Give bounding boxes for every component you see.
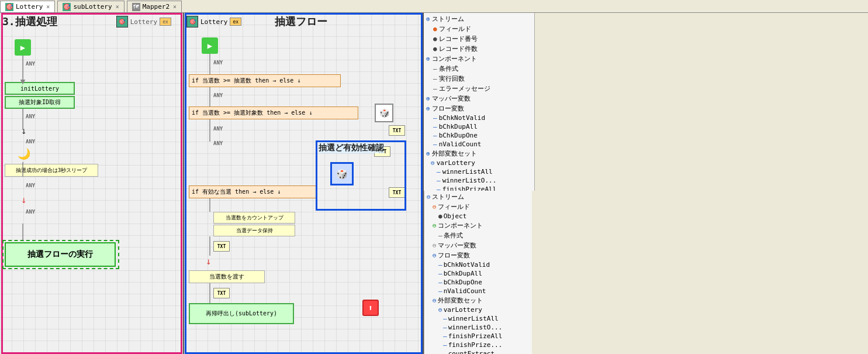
rtree-bchkdupall[interactable]: — bChkDupAll <box>426 269 531 278</box>
countup-node[interactable]: 当選数をカウントアップ <box>213 212 295 224</box>
tree-finish-prize-all[interactable]: — finishPrizeAll <box>425 185 533 191</box>
cond2-node[interactable]: if 当選数 >= 抽選対象数 then → else ↓ <box>189 106 358 119</box>
sublottery-ex-icon: ex <box>230 18 241 26</box>
mapper-tree-left: ⊕ ストリーム ● フィールド ● レコード番号 ● レコード件数 <box>424 13 535 191</box>
rtree-bchkdupone-icon: — <box>438 279 442 286</box>
field-icon: ● <box>433 25 437 33</box>
tree-ext-var[interactable]: ⊕ 外部変数セット <box>425 149 533 159</box>
lottery-ex-icon: ex <box>160 18 171 26</box>
tree-nvalidcount[interactable]: — nValidCount <box>425 140 533 149</box>
tree-field[interactable]: ● フィールド <box>425 24 533 34</box>
tree-record-no[interactable]: ● レコード番号 <box>425 34 533 44</box>
moon-icon: 🌙 <box>18 147 30 160</box>
rtree-mapper-var[interactable]: ⊖ マッパー変数 <box>426 240 531 250</box>
tree-mapper-var[interactable]: ⊕ マッパー変数 <box>425 94 533 104</box>
rtree-finish-prize[interactable]: — finishPrize... <box>426 341 531 349</box>
rtree-bchknotvalid-icon: — <box>438 261 442 269</box>
tab-mapper2-close[interactable]: × <box>173 4 177 10</box>
exec-count-icon: — <box>433 75 437 83</box>
tree-bchknotvalid[interactable]: — bChkNotValid <box>425 114 533 122</box>
recurse-node[interactable]: 再帰呼出し(subLottery) <box>189 303 294 324</box>
tab-sublottery[interactable]: 🎯 subLottery × <box>57 1 124 12</box>
tree-bchkdupall[interactable]: — bChkDupAll <box>425 122 533 131</box>
extract-target-node[interactable]: 抽選対象ID取得 <box>5 96 75 109</box>
rtree-nvalidcount-icon: — <box>438 287 442 295</box>
cond1-node[interactable]: if 当選数 >= 抽選数 then → else ↓ <box>189 74 341 87</box>
cond3-node[interactable]: if 有効な当選 then → else ↓ <box>189 185 317 198</box>
tree-stream[interactable]: ⊕ ストリーム <box>425 14 533 24</box>
sublottery-txt1: TXT <box>389 125 405 136</box>
lottery-canvas: 3.抽選処理 🎯 Lottery ex ▶ ANY initLottery <box>0 13 183 354</box>
rtree-winner-list-o[interactable]: — winnerListO... <box>426 323 531 332</box>
rtree-bchkdupone[interactable]: — bChkDupOne <box>426 278 531 287</box>
rtree-bchkdupall-icon: — <box>438 270 442 277</box>
rtree-condition[interactable]: — 条件式 <box>426 231 531 240</box>
tab-mapper2[interactable]: 🗺 Mapper2 × <box>127 1 182 12</box>
bchkdupall-icon: — <box>433 123 437 130</box>
tree-winner-list-all[interactable]: — winnerListAll <box>425 167 533 176</box>
tree-condition[interactable]: — 条件式 <box>425 64 533 74</box>
rtree-field-icon: ⊖ <box>433 203 437 211</box>
any-3: ANY <box>26 139 35 145</box>
rtree-finish-prize-icon: — <box>443 341 447 349</box>
rtree-flow-var[interactable]: ⊖ フロー変数 <box>426 250 531 260</box>
panel-lottery: 3.抽選処理 🎯 Lottery ex ▶ ANY initLottery <box>0 13 184 354</box>
execute-label: 抽選フローの実行 <box>27 249 93 260</box>
arrow-down-2: ↓ <box>21 194 27 205</box>
sublottery-play[interactable]: ▶ <box>202 37 218 54</box>
rtree-component[interactable]: ⊖ コンポーネント <box>426 221 531 231</box>
sublottery-right-icon1: 🎲 <box>375 104 393 122</box>
rtree-field[interactable]: ⊖ フィールド <box>426 202 531 212</box>
rtree-count-extract[interactable]: — countExtract <box>426 349 531 354</box>
init-lottery-node[interactable]: initLottery <box>5 82 75 95</box>
rtree-winner-list-all-icon: — <box>443 315 447 322</box>
tree-record-count[interactable]: ● レコード件数 <box>425 44 533 54</box>
pass-node[interactable]: 当選数を渡す <box>189 270 265 283</box>
rtree-nvalidcount[interactable]: — nValidCount <box>426 287 531 295</box>
tree-var-lottery-label: varLottery <box>437 159 475 167</box>
tree-error-msg[interactable]: — エラーメッセージ <box>425 84 533 94</box>
tree-winner-list-o[interactable]: — winnerListO... <box>425 176 533 185</box>
tab-lottery-label: Lottery <box>16 3 43 11</box>
tree-winner-list-o-label: winnerListO... <box>442 177 497 184</box>
record-no-icon: ● <box>433 35 437 43</box>
tree-exec-count[interactable]: — 実行回数 <box>425 74 533 84</box>
lottery-logo: 🎯 <box>116 16 128 28</box>
rtree-bchkdupone-label: bChkDupOne <box>444 279 482 286</box>
rtree-winner-list-all[interactable]: — winnerListAll <box>426 314 531 323</box>
keep-node[interactable]: 当選データ保持 <box>213 225 295 236</box>
lottery-play[interactable]: ▶ <box>15 39 31 56</box>
tab-sublottery-close[interactable]: × <box>116 4 119 10</box>
rtree-nvalidcount-label: nValidCount <box>444 287 486 295</box>
bchknotvalid-icon: — <box>433 114 437 122</box>
sleep-node[interactable]: 抽選成功の場合は3秒スリープ <box>5 164 98 177</box>
tab-mapper2-label: Mapper2 <box>143 3 170 11</box>
tree-bchkdupone[interactable]: — bChkDupOne <box>425 131 533 140</box>
rtree-ext-var[interactable]: ⊖ 外部変数セット <box>426 295 531 305</box>
rtree-finish-prize-all-label: finishPrizeAll <box>448 332 503 340</box>
rtree-finish-prize-all[interactable]: — finishPrizeAll <box>426 332 531 341</box>
tree-mapper-var-label: マッパー変数 <box>432 94 471 103</box>
sublottery-logo: 🎯 <box>186 16 198 28</box>
winner-list-all-icon: — <box>437 168 441 176</box>
rtree-stream-label: ストリーム <box>432 193 464 201</box>
rtree-stream-icon: ⊖ <box>427 193 431 201</box>
lottery-title: 3.抽選処理 <box>2 15 57 29</box>
any-5: ANY <box>26 209 35 215</box>
tab-lottery-close[interactable]: × <box>46 4 50 10</box>
tree-bchkdupall-label: bChkDupAll <box>439 123 478 130</box>
rtree-stream[interactable]: ⊖ ストリーム <box>426 192 531 202</box>
tree-flow-var[interactable]: ⊕ フロー変数 <box>425 104 533 114</box>
tab-lottery[interactable]: 🎯 Lottery × <box>0 1 55 12</box>
validity-icon[interactable]: 🎲 <box>330 162 354 185</box>
recurse-label: 再帰呼出し(subLottery) <box>206 310 277 318</box>
error-msg-icon: — <box>433 85 437 92</box>
execute-node[interactable]: 抽選フローの実行 <box>5 242 116 267</box>
sublottery-canvas: 抽選フロー 🎯 Lottery ex ▶ ANY if 当選数 >= 抽選数 t… <box>184 13 423 354</box>
rtree-bchknotvalid[interactable]: — bChkNotValid <box>426 260 531 269</box>
tree-component[interactable]: ⊕ コンポーネント <box>425 54 533 64</box>
tree-var-lottery[interactable]: ⊖ varLottery <box>425 159 533 167</box>
component-icon: ⊕ <box>426 55 430 63</box>
rtree-var-lottery[interactable]: ⊖ varLottery <box>426 305 531 314</box>
rtree-object[interactable]: ● Object <box>426 212 531 221</box>
